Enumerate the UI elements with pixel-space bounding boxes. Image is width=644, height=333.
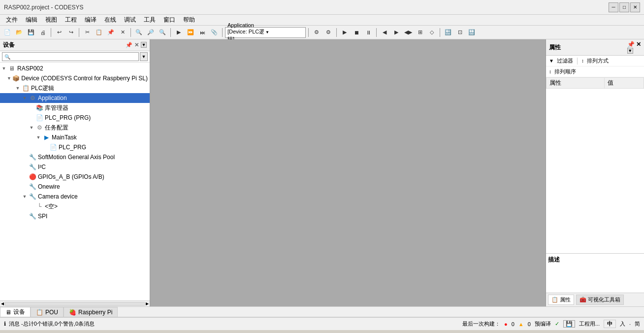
menu-item-视图[interactable]: 视图 bbox=[41, 15, 61, 25]
tree-item-plcprg2[interactable]: 📄PLC_PRG bbox=[0, 142, 150, 152]
hscrollbar[interactable]: ◀ ▶ bbox=[0, 300, 150, 306]
cut-button[interactable]: ✂ bbox=[82, 27, 93, 38]
properties-panel-header: 属性 📌 ✕ ▼ bbox=[546, 39, 644, 56]
expander-maintask[interactable]: ▼ bbox=[34, 133, 42, 141]
tab-icon-pou: 📋 bbox=[36, 309, 43, 316]
expander-plc[interactable]: ▼ bbox=[14, 84, 22, 92]
tree-item-gpios[interactable]: 🔴GPIOs_A_B (GPIOs A/B) bbox=[0, 172, 150, 182]
redo-button[interactable]: ↪ bbox=[65, 27, 76, 38]
tree-filter-button[interactable]: ▼ bbox=[140, 52, 148, 61]
minimize-button[interactable]: ─ bbox=[609, 2, 618, 12]
expander-application[interactable]: ▼ bbox=[21, 94, 29, 102]
more2-button[interactable]: ▶ bbox=[391, 27, 402, 38]
expander-camera[interactable]: ▼ bbox=[21, 193, 29, 200]
statusbar-right: 最后一次构建： ● 0 ▲ 0 预编译 ✓ 💾 工程用... 中 入 · 简 bbox=[462, 320, 640, 328]
panel-pin-button[interactable]: 📌 bbox=[126, 42, 132, 48]
menu-item-调试[interactable]: 调试 bbox=[120, 15, 140, 25]
tree-item-spi[interactable]: 🔧SPI bbox=[0, 211, 150, 221]
print-button[interactable]: 🖨 bbox=[37, 27, 48, 38]
tree-search[interactable]: 🔍 bbox=[2, 52, 139, 61]
open-button[interactable]: 📂 bbox=[14, 27, 25, 38]
menu-item-工具[interactable]: 工具 bbox=[140, 15, 160, 25]
end3-button[interactable]: 🔛 bbox=[466, 27, 477, 38]
menu-item-编译[interactable]: 编译 bbox=[81, 15, 100, 25]
find-button[interactable]: 🔍 bbox=[133, 27, 144, 38]
tree-item-plcprg[interactable]: 📄PLC_PRG (PRG) bbox=[0, 113, 150, 123]
sort-order-button[interactable]: 排列顺序 bbox=[554, 68, 576, 75]
tree-item-device[interactable]: ▼📦Device (CODESYS Control for Raspberry … bbox=[0, 73, 150, 83]
tree-item-onewire[interactable]: 🔧Onewire bbox=[0, 182, 150, 192]
menu-item-文件[interactable]: 文件 bbox=[2, 15, 22, 25]
rp-tab-properties[interactable]: 📋属性 bbox=[548, 295, 574, 305]
window-controls: ─ □ ✕ bbox=[609, 2, 640, 12]
menu-item-帮助[interactable]: 帮助 bbox=[179, 15, 199, 25]
tree-item-camera[interactable]: ▼🔧Camera device bbox=[0, 192, 150, 201]
separator-4 bbox=[170, 28, 171, 37]
menu-item-在线[interactable]: 在线 bbox=[100, 15, 120, 25]
hscroll-left[interactable]: ◀ bbox=[1, 301, 4, 306]
pause-button[interactable]: ⏸ bbox=[363, 27, 374, 38]
tree-item-library[interactable]: 📚库管理器 bbox=[0, 103, 150, 113]
extra2-button[interactable]: ⏩ bbox=[185, 27, 196, 38]
application-dropdown[interactable]: Application [Device: PLC逻辑] ▼ bbox=[225, 27, 306, 38]
more4-button[interactable]: ⊞ bbox=[415, 27, 425, 38]
hscroll-track[interactable] bbox=[5, 302, 145, 306]
properties-panel: 属性 📌 ✕ ▼ ▼ 过滤器 ↕ 排列方式 ↕ 排列顺序 bbox=[546, 39, 644, 306]
tree-item-empty[interactable]: └<空> bbox=[0, 201, 150, 211]
separator-5 bbox=[222, 28, 223, 37]
tree-item-application[interactable]: ▼⚙Application bbox=[0, 93, 150, 103]
expander-rasp002[interactable]: ▼ bbox=[0, 65, 8, 72]
panel-close-button[interactable]: ✕ bbox=[134, 42, 139, 48]
extra3-button[interactable]: ⏭ bbox=[197, 27, 208, 38]
filter-button[interactable]: 过滤器 bbox=[557, 57, 573, 65]
hscroll-right[interactable]: ▶ bbox=[146, 301, 149, 306]
more3-button[interactable]: ◀▶ bbox=[403, 27, 414, 38]
find3-button[interactable]: 🔍 bbox=[157, 27, 168, 38]
tree-item-softmotion[interactable]: 🔧SoftMotion General Axis Pool bbox=[0, 152, 150, 162]
rp-tab-toolbox[interactable]: 🧰可视化工具箱 bbox=[576, 295, 624, 305]
copy-button[interactable]: 📋 bbox=[94, 27, 104, 38]
main-area: 设备 📌 ✕ ▼ 🔍 ▼ ▼🖥RASP002▼📦Device (CODESYS … bbox=[0, 39, 644, 306]
undo-button[interactable]: ↩ bbox=[54, 27, 64, 38]
menubar: 文件编辑视图工程编译在线调试工具窗口帮助 bbox=[0, 15, 644, 26]
tree-item-plc[interactable]: ▼📋PLC逻辑 bbox=[0, 83, 150, 93]
end1-button[interactable]: 🔚 bbox=[443, 27, 453, 38]
props-pin-button[interactable]: 📌 bbox=[627, 41, 635, 48]
expander-device[interactable]: ▼ bbox=[6, 74, 12, 82]
label-gpios: GPIOs_A_B (GPIOs A/B) bbox=[38, 173, 104, 180]
menu-item-编辑[interactable]: 编辑 bbox=[22, 15, 41, 25]
extra1-button[interactable]: ▶ bbox=[173, 27, 184, 38]
tree-item-maintask[interactable]: ▼▶MainTask bbox=[0, 133, 150, 142]
bottom-tab-raspberrypi[interactable]: 🍓Raspberry Pi bbox=[64, 307, 118, 317]
new-button[interactable]: 📄 bbox=[2, 27, 13, 38]
sort-button[interactable]: 排列方式 bbox=[587, 57, 609, 65]
tree-item-taskconfig[interactable]: ▼⚙任务配置 bbox=[0, 123, 150, 133]
bottom-tab-devices[interactable]: 🖥设备 bbox=[0, 307, 31, 317]
settings1-button[interactable]: ⚙ bbox=[311, 27, 322, 38]
menu-item-窗口[interactable]: 窗口 bbox=[160, 15, 179, 25]
expander-taskconfig[interactable]: ▼ bbox=[28, 124, 35, 132]
maximize-button[interactable]: □ bbox=[619, 2, 629, 12]
props-close-button[interactable]: ✕ bbox=[636, 41, 641, 48]
compile-label: 预编译 bbox=[535, 320, 551, 328]
stop-button[interactable]: ⏹ bbox=[351, 27, 362, 38]
settings2-button[interactable]: ⚙ bbox=[323, 27, 334, 38]
project-button[interactable]: 💾 bbox=[563, 320, 575, 328]
paste-button[interactable]: 📌 bbox=[105, 27, 116, 38]
props-dropdown-button[interactable]: ▼ bbox=[627, 48, 633, 54]
separator-8 bbox=[376, 28, 377, 37]
tree-item-i2c[interactable]: 🔧I²C bbox=[0, 162, 150, 172]
find2-button[interactable]: 🔎 bbox=[145, 27, 156, 38]
run-button[interactable]: ▶ bbox=[339, 27, 350, 38]
panel-dropdown-button[interactable]: ▼ bbox=[141, 42, 147, 48]
delete-button[interactable]: ✕ bbox=[117, 27, 128, 38]
bottom-tab-pou[interactable]: 📋POU bbox=[31, 307, 64, 317]
close-button[interactable]: ✕ bbox=[630, 2, 640, 12]
extra4-button[interactable]: 📎 bbox=[209, 27, 220, 38]
tree-item-rasp002[interactable]: ▼🖥RASP002 bbox=[0, 64, 150, 73]
more5-button[interactable]: ◇ bbox=[426, 27, 437, 38]
save-button[interactable]: 💾 bbox=[26, 27, 36, 38]
menu-item-工程[interactable]: 工程 bbox=[61, 15, 81, 25]
end2-button[interactable]: ⊡ bbox=[454, 27, 465, 38]
more1-button[interactable]: ◀ bbox=[379, 27, 390, 38]
